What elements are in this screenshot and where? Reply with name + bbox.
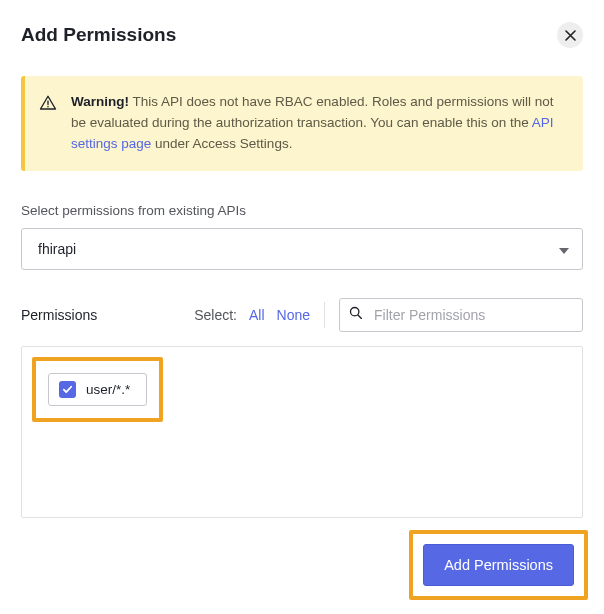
api-select-input[interactable] [21,228,583,270]
warning-icon [39,94,57,155]
dialog-title: Add Permissions [21,24,176,46]
warning-banner: Warning! This API does not have RBAC ena… [21,76,583,171]
api-select[interactable] [21,228,583,270]
warning-text: Warning! This API does not have RBAC ena… [71,92,565,155]
permissions-list[interactable]: user/*.* [21,346,583,518]
permission-name: user/*.* [86,382,130,397]
filter-permissions [339,298,583,332]
search-icon [349,306,363,324]
highlight-annotation: Add Permissions [409,530,588,600]
dialog-footer: Add Permissions [409,530,588,600]
warning-strong: Warning! [71,94,129,109]
permission-item[interactable]: user/*.* [48,373,147,406]
close-button[interactable] [557,22,583,48]
select-none-link[interactable]: None [277,307,310,323]
select-controls: Select: All None [194,307,310,323]
filter-permissions-input[interactable] [339,298,583,332]
select-all-link[interactable]: All [249,307,265,323]
svg-point-1 [47,106,49,108]
permissions-toolbar: Permissions Select: All None [21,298,583,332]
select-prefix: Select: [194,307,237,323]
checkbox-checked-icon[interactable] [59,381,76,398]
add-permissions-dialog: Add Permissions Warning! This API does n… [0,0,604,518]
dialog-header: Add Permissions [21,22,583,48]
svg-line-3 [358,315,362,319]
warning-body-1: This API does not have RBAC enabled. Rol… [71,94,553,130]
add-permissions-button[interactable]: Add Permissions [423,544,574,586]
close-icon [565,30,576,41]
warning-body-2: under Access Settings. [151,136,292,151]
divider [324,302,325,328]
highlight-annotation: user/*.* [32,357,163,422]
api-select-label: Select permissions from existing APIs [21,203,583,218]
permissions-label: Permissions [21,307,97,323]
